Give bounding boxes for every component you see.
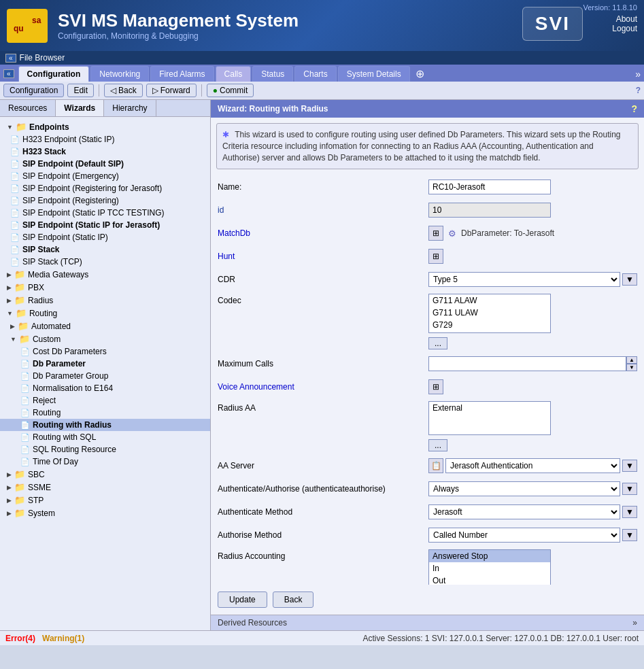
authorise-method-select[interactable]: Called Number <box>428 528 620 543</box>
warning-indicator[interactable]: Warning(1) <box>42 634 84 643</box>
radius-aa-item-external[interactable]: External <box>429 402 550 414</box>
toolbar-commit-btn[interactable]: ● Commit <box>207 84 254 97</box>
tree-routing-with-radius[interactable]: 📄 Routing with Radius <box>0 419 210 431</box>
tree-normalisation[interactable]: 📄 Normalisation to E164 <box>0 382 210 394</box>
tree-time-of-day[interactable]: 📄 Time Of Day <box>0 456 210 468</box>
tree-system[interactable]: ▶ 📁 System <box>0 507 210 519</box>
tree-sip-registering-jerasoft[interactable]: 📄 SIP Endpoint (Registering for Jerasoft… <box>0 182 210 194</box>
tree-automated[interactable]: ▶ 📁 Automated <box>0 320 210 332</box>
authorise-method-dd-btn[interactable]: ▼ <box>622 529 637 541</box>
tab-calls[interactable]: Calls <box>216 66 252 82</box>
tab-configuration[interactable]: Configuration <box>18 66 90 82</box>
page-icon: 📄 <box>10 221 20 230</box>
tree-sip-registering[interactable]: 📄 SIP Endpoint (Registering) <box>0 194 210 207</box>
matchdb-label[interactable]: MatchDb <box>218 228 428 238</box>
tree-sip-static[interactable]: 📄 SIP Endpoint (Static IP) <box>0 231 210 243</box>
max-calls-up[interactable]: ▲ <box>626 356 637 364</box>
tree-routing-with-sql[interactable]: 📄 Routing with SQL <box>0 431 210 443</box>
tree-sip-stack-tcp[interactable]: 📄 SIP Stack (TCP) <box>0 256 210 268</box>
wizard-header: Wizard: Routing with Radius ? <box>211 100 644 118</box>
tree-sip-static-jerasoft[interactable]: 📄 SIP Endpoint (Static IP for Jerasoft) <box>0 219 210 231</box>
help-icon[interactable]: ? <box>636 86 641 95</box>
radius-accounting-answered-stop[interactable]: Answered Stop <box>429 550 550 562</box>
left-panel: Resources Wizards Hierarchy ▼ 📁 Endpoint… <box>0 100 211 630</box>
auth-authorise-dd-btn[interactable]: ▼ <box>622 483 637 495</box>
radius-aa-more-btn[interactable]: ... <box>428 439 447 451</box>
wizard-help-icon[interactable]: ? <box>631 103 637 114</box>
tree-reject[interactable]: 📄 Reject <box>0 394 210 407</box>
toolbar-configuration-btn[interactable]: Configuration <box>3 84 64 97</box>
tree-pbx[interactable]: ▶ 📁 PBX <box>0 281 210 294</box>
voice-ann-browse-btn[interactable]: ⊞ <box>428 379 443 394</box>
tree-custom[interactable]: ▼ 📁 Custom <box>0 332 210 345</box>
tree-db-parameter-group[interactable]: 📄 Db Parameter Group <box>0 370 210 382</box>
logout-link[interactable]: Logout <box>612 24 637 33</box>
aa-server-icon-btn[interactable]: 📋 <box>428 458 443 473</box>
codec-item-g729[interactable]: G729 <box>429 319 550 331</box>
tree-sip-tcc[interactable]: 📄 SIP Endpoint (Static IP TCC TESTING) <box>0 207 210 219</box>
tree-h323-static[interactable]: 📄 H323 Endpoint (Static IP) <box>0 133 210 145</box>
left-tab-wizards[interactable]: Wizards <box>56 100 104 116</box>
tree-cost-db-params[interactable]: 📄 Cost Db Parameters <box>0 345 210 358</box>
tree-routing[interactable]: ▼ 📁 Routing <box>0 307 210 320</box>
codec-more-btn[interactable]: ... <box>428 337 447 349</box>
codec-item-g711alaw[interactable]: G711 ALAW <box>429 294 550 307</box>
app-header: qu sa SVI MS Management System Configura… <box>0 0 644 51</box>
left-tab-hierarchy[interactable]: Hierarchy <box>104 100 156 116</box>
radius-accounting-out[interactable]: Out <box>429 574 550 585</box>
radius-accounting-listbox[interactable]: Answered Stop In Out <box>428 549 551 585</box>
tab-status[interactable]: Status <box>252 66 293 82</box>
tab-fired-alarms[interactable]: Fired Alarms <box>150 66 214 82</box>
tree-sip-default[interactable]: 📄 SIP Endpoint (Default SIP) <box>0 158 210 170</box>
tree-media-gateways[interactable]: ▶ 📁 Media Gateways <box>0 268 210 281</box>
tree-sql-routing-resource[interactable]: 📄 SQL Routing Resource <box>0 443 210 456</box>
hunt-label[interactable]: Hunt <box>218 252 428 261</box>
error-indicator[interactable]: Error(4) <box>5 634 35 643</box>
add-tab-btn[interactable]: ⊕ <box>411 66 428 82</box>
radius-accounting-in[interactable]: In <box>429 562 550 574</box>
max-calls-input[interactable] <box>428 356 626 371</box>
tree-sbc[interactable]: ▶ 📁 SBC <box>0 468 210 481</box>
hunt-browse-btn[interactable]: ⊞ <box>428 249 443 264</box>
nav-collapse-left[interactable]: « <box>3 69 14 78</box>
auth-method-dd-btn[interactable]: ▼ <box>622 506 637 518</box>
page-icon: 📄 <box>20 396 30 405</box>
left-collapse-btn[interactable]: « <box>5 54 16 63</box>
toolbar-edit-btn[interactable]: Edit <box>67 84 94 97</box>
derived-expand-icon[interactable]: » <box>632 618 637 628</box>
auth-authorise-select[interactable]: Always <box>428 481 620 496</box>
tab-system-details[interactable]: System Details <box>338 66 410 82</box>
tree-db-parameter[interactable]: 📄 Db Parameter <box>0 358 210 370</box>
tab-charts[interactable]: Charts <box>294 66 336 82</box>
tree-stp[interactable]: ▶ 📁 STP <box>0 494 210 507</box>
update-button[interactable]: Update <box>218 591 267 608</box>
nav-collapse-right[interactable]: » <box>635 69 641 80</box>
voice-ann-label[interactable]: Voice Announcement <box>218 382 428 392</box>
toolbar-forward-btn[interactable]: ▷ Forward <box>146 84 197 97</box>
cdr-dropdown-btn[interactable]: ▼ <box>622 273 637 286</box>
aa-server-select[interactable]: Jerasoft Authentication <box>445 458 620 473</box>
tree-h323-stack[interactable]: 📄 H323 Stack <box>0 145 210 158</box>
auth-method-select[interactable]: Jerasoft <box>428 504 620 519</box>
matchdb-browse-btn[interactable]: ⊞ <box>428 226 443 241</box>
back-button[interactable]: Back <box>273 591 314 608</box>
radius-aa-listbox[interactable]: External <box>428 401 551 435</box>
codec-listbox[interactable]: G711 ALAW G711 ULAW G729 <box>428 294 551 333</box>
svg-text:qu: qu <box>14 24 24 33</box>
tree-radius[interactable]: ▶ 📁 Radius <box>0 294 210 307</box>
about-link[interactable]: About <box>616 14 637 24</box>
tree-routing-item[interactable]: 📄 Routing <box>0 407 210 419</box>
tree-endpoints[interactable]: ▼ 📁 Endpoints <box>0 120 210 133</box>
form-row-radius-accounting: Radius Accounting Answered Stop In Out .… <box>218 549 637 585</box>
tree-sip-stack[interactable]: 📄 SIP Stack <box>0 243 210 256</box>
tree-ssme[interactable]: ▶ 📁 SSME <box>0 481 210 494</box>
name-input[interactable] <box>428 179 551 194</box>
codec-item-g711ulaw[interactable]: G711 ULAW <box>429 307 550 319</box>
aa-server-dd-btn[interactable]: ▼ <box>622 460 637 472</box>
tree-sip-emergency[interactable]: 📄 SIP Endpoint (Emergency) <box>0 170 210 182</box>
left-tab-resources[interactable]: Resources <box>0 100 56 116</box>
cdr-select[interactable]: Type 5 <box>428 272 620 287</box>
tab-networking[interactable]: Networking <box>90 66 149 82</box>
toolbar-back-btn[interactable]: ◁ Back <box>104 84 143 97</box>
max-calls-down[interactable]: ▼ <box>626 364 637 371</box>
